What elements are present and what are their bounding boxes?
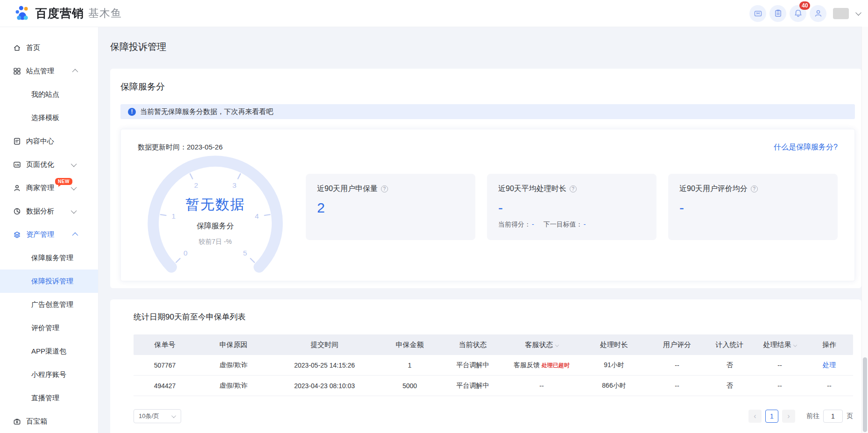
notifications-button[interactable]: 40: [790, 5, 806, 22]
table-cell: 5000: [378, 382, 441, 390]
prev-page-button[interactable]: ‹: [748, 410, 762, 423]
column-header[interactable]: 用户评分: [649, 341, 705, 349]
guarantee-score-section: 保障服务分 当前暂无保障服务分数据，下次再来看看吧 数据更新时间：2023-05…: [110, 69, 861, 288]
sidebar-item[interactable]: 内容中心: [0, 129, 98, 153]
sidebar-item-label: 我的站点: [31, 90, 59, 99]
sidebar-item-label: 商家管理: [26, 184, 54, 192]
table-cell: --: [649, 362, 705, 369]
sidebar-item[interactable]: 我的站点: [0, 83, 98, 106]
claims-table-section: 统计日期90天前至今申保单列表 保单号 申保原因 提交时间 申保金额: [110, 299, 861, 433]
briefcase-icon: [754, 9, 762, 18]
stat-value: -: [498, 200, 645, 216]
chevron-icon: [71, 207, 77, 213]
sidebar-item[interactable]: 资产管理: [0, 223, 98, 246]
table-cell: 507767: [134, 362, 196, 369]
sidebar-item[interactable]: 站点管理: [0, 59, 98, 83]
column-header[interactable]: 当前状态: [441, 341, 504, 349]
pie-chart-icon: [13, 207, 21, 215]
scrollbar-thumb[interactable]: [863, 357, 867, 432]
sidebar-item[interactable]: 选择模板: [0, 106, 98, 129]
help-icon[interactable]: [751, 185, 758, 192]
sidebar-item[interactable]: A/B 页面优化: [0, 153, 98, 176]
chevron-down-icon[interactable]: [855, 10, 861, 16]
sidebar-item[interactable]: APP渠道包: [0, 340, 98, 363]
user-icon: [814, 9, 823, 18]
table-cell: 2023-04-23 08:10:03: [271, 382, 378, 390]
chevron-icon: [72, 69, 78, 75]
what-is-score-link[interactable]: 什么是保障服务分?: [774, 142, 838, 152]
svg-text:A/B: A/B: [15, 163, 20, 166]
column-header[interactable]: 申保原因: [196, 341, 271, 349]
table-row: 494427虚假/欺诈2023-04-23 08:10:035000平台调解中-…: [134, 376, 853, 396]
top-bar: 百度营销 基木鱼 40: [0, 0, 868, 27]
sidebar-item[interactable]: 广告创意管理: [0, 293, 98, 316]
sidebar-item[interactable]: 直播管理: [0, 386, 98, 410]
table-row: 507767虚假/欺诈2023-05-25 14:15:261平台调解中客服反馈…: [134, 355, 853, 376]
sidebar-item-label: 内容中心: [26, 137, 54, 146]
stat-cards: 近90天用户申保量 2 近90天平均处理时长 - 当前得分：-: [306, 174, 838, 270]
data-update-time: 数据更新时间：2023-05-26: [138, 143, 223, 152]
column-header[interactable]: 保单号: [134, 341, 196, 349]
table-cell: 否: [705, 382, 754, 390]
column-header[interactable]: 计入统计: [705, 341, 754, 349]
sidebar-item[interactable]: 百宝箱: [0, 410, 98, 433]
username-redacted: [833, 8, 849, 19]
page-size-select[interactable]: 10条/页: [134, 409, 181, 423]
table-cell: 494427: [134, 382, 196, 390]
grid-icon: [13, 67, 21, 75]
sidebar-item[interactable]: 评价管理: [0, 316, 98, 340]
info-banner: 当前暂无保障服务分数据，下次再来看看吧: [120, 104, 855, 119]
workbench-button[interactable]: [749, 5, 766, 22]
column-header[interactable]: 提交时间: [271, 341, 378, 349]
sidebar-item[interactable]: 保障投诉管理: [0, 270, 98, 293]
table-cell: 虚假/欺诈: [196, 361, 271, 369]
table-cell: 平台调解中: [441, 361, 504, 369]
table-cell: 91小时: [579, 361, 649, 369]
next-page-button[interactable]: ›: [782, 410, 795, 423]
section-title: 保障服务分: [120, 69, 855, 93]
gauge-status-text: 暂无数据: [132, 195, 298, 214]
sidebar-item-label: 评价管理: [31, 324, 59, 333]
help-icon[interactable]: [570, 185, 577, 192]
top-actions: 40: [749, 5, 862, 22]
column-header[interactable]: 处理结果: [754, 341, 805, 349]
sidebar-item[interactable]: 首页: [0, 36, 98, 59]
table-cell: --: [754, 362, 805, 369]
table-cell[interactable]: 处理: [805, 361, 853, 369]
sidebar-item-label: 百宝箱: [26, 417, 47, 426]
stat-extra: 当前得分：- 下一目标值：-: [498, 220, 645, 229]
sidebar-item-label: 页面优化: [26, 160, 54, 169]
table-header: 保单号 申保原因 提交时间 申保金额 当前状态 客: [134, 334, 853, 355]
sidebar-item-label: 直播管理: [31, 394, 59, 403]
column-header[interactable]: 客服状态: [504, 341, 579, 349]
column-header[interactable]: 申保金额: [378, 341, 441, 349]
banner-text: 当前暂无保障服务分数据，下次再来看看吧: [140, 107, 273, 116]
help-icon[interactable]: [381, 185, 388, 192]
gauge-trend: 较前7日 -%: [132, 238, 298, 246]
sidebar-item[interactable]: 保障服务管理: [0, 246, 98, 270]
account-button[interactable]: [810, 5, 826, 22]
stat-value: 2: [317, 200, 464, 216]
sidebar-item[interactable]: 数据分析: [0, 199, 98, 223]
goto-suffix: 页: [847, 412, 853, 420]
gauge-label: 保障服务分: [132, 221, 298, 231]
pagination: 10条/页 ‹ 1 › 前往 页: [134, 409, 853, 423]
tasks-button[interactable]: [769, 5, 786, 22]
stat-card-claims: 近90天用户申保量 2: [306, 174, 475, 240]
sidebar-item[interactable]: 小程序账号: [0, 363, 98, 386]
goto-page-input[interactable]: [823, 410, 843, 423]
sidebar-item-label: 保障服务管理: [31, 254, 73, 263]
sidebar-item-label: 保障投诉管理: [31, 277, 73, 286]
stat-card-handle-time: 近90天平均处理时长 - 当前得分：- 下一目标值：-: [487, 174, 656, 240]
table-cell: --: [649, 382, 705, 390]
brand: 百度营销 基木鱼: [14, 5, 122, 22]
sidebar-item-label: 小程序账号: [31, 370, 66, 379]
column-header[interactable]: 操作: [805, 341, 853, 349]
notification-badge: 40: [799, 1, 810, 10]
vertical-scrollbar[interactable]: [861, 27, 868, 433]
table-cell: 否: [705, 361, 754, 369]
current-page-button[interactable]: 1: [765, 410, 778, 423]
sidebar-menu: 首页 站点管理 我的站点 选择模板 内容中心: [0, 27, 99, 433]
sidebar-item[interactable]: 商家管理 NEW: [0, 176, 98, 199]
column-header[interactable]: 处理时长: [579, 341, 649, 349]
